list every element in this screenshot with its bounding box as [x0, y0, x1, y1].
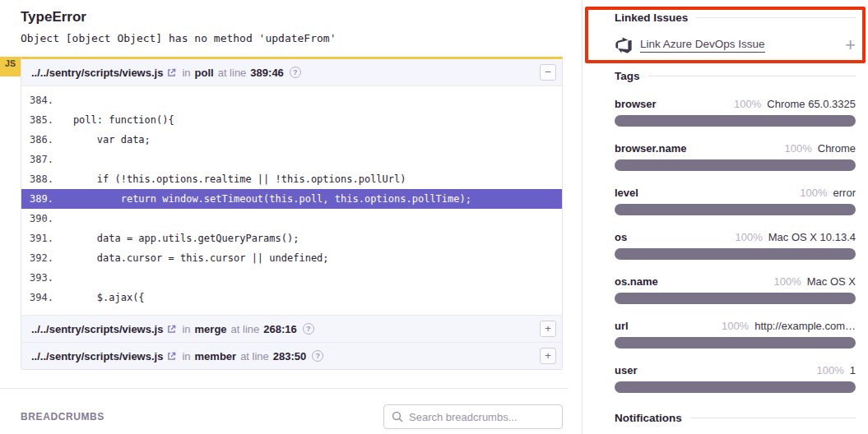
tag-key[interactable]: os.name — [615, 275, 658, 288]
main-column: TypeError Object [object Object] has no … — [0, 0, 568, 434]
frame-header-member[interactable]: ../../sentry/scripts/views.js in member … — [21, 342, 562, 369]
tag-percent: 100% — [800, 187, 827, 199]
tag-distribution-bar[interactable] — [615, 159, 856, 171]
page-title: TypeError — [21, 8, 568, 26]
tag-percent: 100% — [722, 320, 749, 332]
code-line: 386. var data; — [21, 130, 562, 150]
frame-atline-label: at line — [231, 323, 260, 335]
tag-percent: 100% — [774, 275, 801, 288]
question-icon[interactable]: ? — [303, 323, 314, 335]
linked-issues-row: Link Azure DevOps Issue + — [615, 35, 856, 56]
frame-function: poll — [195, 67, 214, 79]
code-line: 388. if (!this.options.realtime || !this… — [21, 169, 562, 189]
tag-key[interactable]: url — [615, 320, 629, 332]
error-message: Object [object Object] has no method 'up… — [21, 32, 568, 44]
tag-percent: 100% — [817, 364, 844, 376]
sidebar: Linked Issues Link Azure DevOps Issue + … — [582, 0, 868, 434]
tag-distribution-bar[interactable] — [615, 381, 856, 393]
code-line: 390. — [21, 209, 562, 229]
tag-row-browser-name: browser.name100%Chrome — [615, 142, 856, 171]
tag-distribution-bar[interactable] — [615, 293, 856, 304]
tag-distribution-bar[interactable] — [615, 204, 856, 215]
tag-percent: 100% — [736, 231, 763, 243]
breadcrumbs-title: BREADCRUMBS — [21, 411, 104, 422]
tag-value[interactable]: error — [833, 187, 856, 199]
tag-distribution-bar[interactable] — [615, 337, 856, 349]
collapse-frame-button[interactable]: − — [540, 64, 556, 81]
search-input[interactable] — [409, 411, 555, 423]
frame-atline-label: at line — [240, 350, 269, 362]
frame-atline-label: at line — [218, 67, 247, 79]
breadcrumbs-header: BREADCRUMBS — [21, 404, 563, 429]
tag-row-user: user100%1 — [615, 364, 856, 393]
tag-value[interactable]: http://example.com… — [754, 320, 856, 332]
linked-issues-section-title: Linked Issues — [615, 12, 856, 24]
tag-value[interactable]: 1 — [850, 364, 856, 376]
tag-row-browser: browser100%Chrome 65.0.3325 — [615, 98, 856, 127]
breadcrumbs-search[interactable] — [383, 404, 563, 429]
external-link-icon[interactable] — [167, 68, 176, 77]
heading-rule — [690, 418, 856, 418]
tag-row-os-name: os.name100%Mac OS X — [615, 275, 856, 304]
notifications-section-title: Notifications — [615, 412, 856, 424]
question-icon[interactable]: ? — [290, 67, 301, 78]
heading-rule — [648, 76, 856, 76]
tag-value[interactable]: Chrome — [818, 142, 856, 155]
question-icon[interactable]: ? — [312, 350, 323, 362]
stacktrace: JS ../../sentry/scripts/views.js in poll… — [0, 57, 568, 370]
expand-frame-button[interactable]: + — [540, 348, 556, 364]
frame-function: merge — [195, 323, 227, 335]
issue-detail-page: TypeError Object [object Object] has no … — [0, 0, 868, 434]
tag-percent: 100% — [734, 98, 761, 110]
frame-in-label: in — [182, 323, 190, 335]
frame-header-poll[interactable]: ../../sentry/scripts/views.js in poll at… — [21, 59, 562, 86]
code-line: 392. data.cursor = this.cursor || undefi… — [21, 248, 562, 268]
tags-section-title: Tags — [615, 70, 856, 82]
link-azure-devops-issue-link[interactable]: Link Azure DevOps Issue — [640, 38, 765, 53]
tag-distribution-bar[interactable] — [615, 115, 856, 127]
azure-devops-icon — [615, 36, 633, 54]
code-line: 385. poll: function(){ — [21, 110, 562, 130]
code-line: 394. $.ajax({ — [21, 288, 562, 307]
js-platform-badge: JS — [0, 57, 21, 76]
external-link-icon[interactable] — [167, 325, 176, 334]
tag-key[interactable]: os — [615, 231, 627, 243]
tag-distribution-bar[interactable] — [615, 248, 856, 260]
frame-filename: ../../sentry/scripts/views.js — [31, 67, 163, 79]
tag-value[interactable]: Mac OS X 10.13.4 — [768, 231, 856, 243]
frame-lineno: 389:46 — [250, 67, 283, 79]
expand-frame-button[interactable]: + — [540, 321, 556, 337]
tag-value[interactable]: Mac OS X — [807, 275, 856, 288]
add-linked-issue-button[interactable]: + — [845, 37, 856, 53]
tag-row-os: os100%Mac OS X 10.13.4 — [615, 231, 856, 260]
tag-percent: 100% — [785, 142, 812, 155]
tag-key[interactable]: user — [615, 364, 637, 376]
code-line: 384. — [21, 90, 562, 110]
stacktrace-box: ../../sentry/scripts/views.js in poll at… — [21, 57, 563, 370]
code-context: 384. 385. poll: function(){ 386. var dat… — [21, 86, 562, 315]
tag-row-url: url100%http://example.com… — [615, 320, 856, 349]
code-line-highlighted: 389. return window.setTimeout(this.poll,… — [21, 189, 562, 209]
frame-header-merge[interactable]: ../../sentry/scripts/views.js in merge a… — [21, 315, 562, 342]
heading-rule — [696, 17, 856, 18]
section-divider — [0, 388, 568, 389]
code-line: 387. — [21, 150, 562, 169]
tag-key[interactable]: browser.name — [615, 142, 686, 155]
frame-in-label: in — [182, 350, 190, 362]
frame-filename: ../../sentry/scripts/views.js — [31, 350, 163, 362]
tag-value[interactable]: Chrome 65.0.3325 — [767, 98, 856, 110]
tag-key[interactable]: level — [615, 187, 638, 199]
frame-lineno: 283:50 — [273, 350, 306, 362]
code-line: 391. data = app.utils.getQueryParams(); — [21, 229, 562, 248]
frame-in-label: in — [182, 67, 190, 79]
frame-lineno: 268:16 — [263, 323, 296, 335]
search-icon — [392, 411, 403, 422]
tag-row-level: level100%error — [615, 187, 856, 215]
frame-function: member — [195, 350, 237, 362]
frame-filename: ../../sentry/scripts/views.js — [31, 323, 163, 335]
code-line: 393. — [21, 268, 562, 288]
tag-key[interactable]: browser — [615, 98, 657, 110]
external-link-icon[interactable] — [167, 352, 176, 361]
